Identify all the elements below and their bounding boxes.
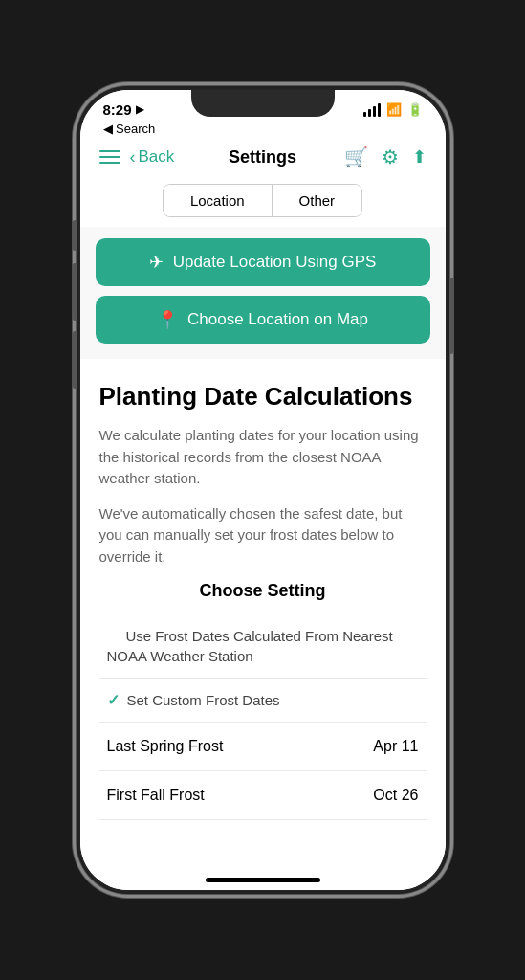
status-icons: 📶 🔋 [363, 102, 423, 117]
fall-frost-row[interactable]: First Fall Frost Oct 26 [99, 771, 427, 820]
noaa-option[interactable]: Use Frost Dates Calculated From Nearest … [99, 614, 427, 679]
app-header: ‹ Back Settings 🛒 ⚙ ⬆ [80, 138, 446, 178]
volume-down-button [73, 331, 77, 389]
phone-outer: 8:29 ▶ 📶 🔋 [77, 86, 449, 894]
volume-silent-button [73, 220, 77, 251]
tab-location[interactable]: Location [164, 185, 273, 216]
planting-title: Planting Date Calculations [99, 382, 427, 412]
custom-frost-label: Set Custom Frost Dates [127, 690, 280, 710]
search-back-row: ◀ Search [80, 122, 446, 138]
planting-section: Planting Date Calculations We calculate … [80, 359, 446, 890]
battery-icon: 🔋 [407, 102, 423, 117]
choose-setting-title: Choose Setting [99, 581, 427, 601]
spring-frost-row[interactable]: Last Spring Frost Apr 11 [99, 723, 427, 771]
phone-screen: 8:29 ▶ 📶 🔋 [80, 90, 446, 890]
gps-button-label: Update Location Using GPS [173, 253, 377, 272]
header-left: ‹ Back [99, 147, 175, 167]
back-button-label: Back [139, 147, 175, 167]
spring-frost-value: Apr 11 [373, 738, 418, 755]
notch [191, 90, 335, 117]
map-button[interactable]: 📍 Choose Location on Map [96, 296, 430, 344]
fall-frost-value: Oct 26 [373, 787, 418, 804]
signal-icon [363, 103, 381, 117]
back-search-label: ◀ Search [103, 122, 156, 136]
time-display: 8:29 [103, 101, 132, 118]
tab-bar: Location Other [80, 178, 446, 227]
wifi-icon: 📶 [386, 102, 402, 117]
header-actions: 🛒 ⚙ ⬆ [344, 145, 427, 168]
location-arrow-icon: ▶ [136, 103, 143, 116]
tab-group: Location Other [163, 184, 362, 217]
planting-description-1: We calculate planting dates for your loc… [99, 425, 427, 490]
location-actions: ✈ Update Location Using GPS 📍 Choose Loc… [80, 227, 446, 359]
planting-description-2: We've automatically chosen the safest da… [99, 503, 427, 568]
settings-icon[interactable]: ⚙ [382, 145, 399, 168]
map-button-label: Choose Location on Map [187, 310, 368, 329]
noaa-option-label: Use Frost Dates Calculated From Nearest … [107, 628, 393, 664]
back-button[interactable]: ‹ Back [130, 147, 175, 167]
tab-other[interactable]: Other [273, 185, 362, 216]
map-pin-icon: 📍 [157, 309, 178, 330]
share-icon[interactable]: ⬆ [412, 146, 427, 167]
home-indicator [206, 878, 320, 882]
spring-frost-label: Last Spring Frost [107, 738, 224, 755]
phone-frame: 8:29 ▶ 📶 🔋 [0, 0, 525, 980]
back-search-link[interactable]: ◀ Search [103, 122, 423, 136]
gps-icon: ✈ [149, 252, 164, 273]
check-icon: ✓ [107, 691, 120, 709]
fall-frost-label: First Fall Frost [107, 787, 205, 804]
menu-button[interactable] [99, 150, 120, 164]
status-time: 8:29 ▶ [103, 101, 143, 118]
gps-button[interactable]: ✈ Update Location Using GPS [96, 238, 430, 286]
cart-icon[interactable]: 🛒 [344, 145, 368, 168]
screen-content: 8:29 ▶ 📶 🔋 [80, 90, 446, 890]
page-title: Settings [229, 147, 296, 167]
volume-up-button [73, 263, 77, 321]
power-button [449, 278, 453, 354]
custom-frost-option[interactable]: ✓ Set Custom Frost Dates [99, 679, 427, 723]
back-chevron-icon: ‹ [130, 147, 136, 167]
